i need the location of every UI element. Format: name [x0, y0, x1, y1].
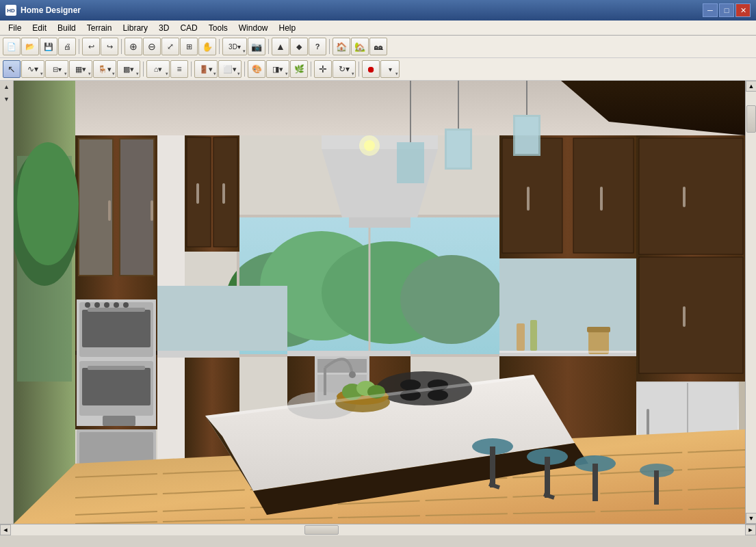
- svg-rect-25: [82, 368, 151, 405]
- scroll-down-button[interactable]: ▼: [746, 513, 756, 524]
- svg-rect-118: [588, 330, 609, 354]
- app-title: Home Designer: [21, 5, 81, 15]
- house-interior-button[interactable]: 🏡: [351, 38, 369, 55]
- new-button[interactable]: 📄: [3, 38, 21, 55]
- svg-rect-105: [490, 446, 495, 488]
- kitchen-render: [14, 81, 745, 524]
- h-scroll-thumb[interactable]: [304, 525, 339, 535]
- svg-rect-111: [592, 464, 598, 501]
- scroll-left-button[interactable]: ◄: [0, 524, 11, 535]
- svg-rect-51: [573, 138, 634, 253]
- menu-build[interactable]: Build: [52, 22, 81, 34]
- zoom-out-button[interactable]: ⊖: [143, 38, 161, 55]
- window-tool-button[interactable]: ⬜▾: [218, 60, 242, 78]
- open-button[interactable]: 📂: [21, 38, 39, 55]
- menu-library[interactable]: Library: [117, 22, 153, 34]
- svg-rect-27: [88, 366, 145, 370]
- menu-window[interactable]: Window: [233, 22, 274, 34]
- redo-button[interactable]: ↪: [101, 38, 118, 55]
- pan-button[interactable]: ✋: [198, 38, 216, 55]
- door-button[interactable]: 🚪▾: [194, 60, 218, 78]
- stair-button[interactable]: ≡: [170, 60, 188, 78]
- house-overview-button[interactable]: 🏘: [369, 38, 387, 55]
- scroll-thumb[interactable]: [746, 105, 756, 133]
- svg-rect-24: [82, 310, 151, 347]
- close-button[interactable]: ✕: [735, 3, 751, 17]
- roof-button[interactable]: ⌂▾: [146, 60, 170, 78]
- bottom-scrollbar: ◄ ►: [0, 524, 756, 535]
- svg-rect-48: [349, 217, 410, 228]
- svg-rect-113: [654, 470, 659, 505]
- svg-point-98: [428, 390, 448, 401]
- record-options-button[interactable]: ▾: [380, 60, 400, 78]
- paint-button[interactable]: 🎨: [248, 60, 265, 78]
- menu-tools[interactable]: Tools: [203, 22, 233, 34]
- minimize-button[interactable]: ─: [703, 3, 718, 17]
- svg-rect-85: [515, 117, 538, 154]
- svg-rect-57: [683, 187, 686, 207]
- svg-rect-119: [587, 327, 610, 332]
- svg-point-115: [364, 140, 375, 151]
- record-button[interactable]: ⏺: [362, 60, 380, 78]
- furniture-button[interactable]: 🪑▾: [93, 60, 116, 78]
- move-button[interactable]: ✛: [314, 60, 332, 78]
- wall-tool-button[interactable]: ⊟▾: [45, 60, 68, 78]
- sidebar-scroll-up[interactable]: ▲: [1, 83, 12, 94]
- rotate-button[interactable]: ↻▾: [333, 60, 356, 78]
- svg-rect-55: [639, 138, 743, 254]
- zoom-fit-button[interactable]: ⤢: [161, 38, 179, 55]
- menu-cad[interactable]: CAD: [174, 22, 203, 34]
- svg-rect-58: [683, 306, 686, 327]
- svg-rect-82: [447, 131, 470, 168]
- menu-file[interactable]: File: [3, 22, 27, 34]
- print-button[interactable]: 🖨: [58, 38, 76, 55]
- window-controls: ─ □ ✕: [703, 3, 751, 17]
- svg-point-93: [349, 371, 356, 378]
- svg-rect-56: [639, 257, 743, 373]
- sidebar-scroll-down[interactable]: ▼: [1, 96, 12, 107]
- svg-rect-68: [287, 351, 410, 356]
- undo-button[interactable]: ↩: [82, 38, 100, 55]
- svg-rect-45: [157, 286, 239, 351]
- svg-rect-73: [239, 286, 287, 351]
- zoom-window-button[interactable]: ⊞: [180, 38, 198, 55]
- maximize-button[interactable]: □: [719, 3, 734, 17]
- svg-point-29: [94, 302, 100, 308]
- help-button[interactable]: ?: [309, 38, 326, 55]
- svg-point-32: [123, 302, 129, 308]
- plant-button[interactable]: 🌿: [290, 60, 308, 78]
- scroll-up-button[interactable]: ▲: [746, 81, 756, 92]
- svg-rect-39: [213, 137, 237, 247]
- material-button[interactable]: ◨▾: [266, 60, 289, 78]
- menu-help[interactable]: Help: [273, 22, 301, 34]
- left-sidebar: ▲ ▼: [0, 81, 14, 524]
- menu-terrain[interactable]: Terrain: [81, 22, 118, 34]
- svg-rect-33: [103, 416, 135, 426]
- svg-point-125: [17, 142, 79, 265]
- svg-rect-116: [517, 323, 525, 351]
- house-exterior-button[interactable]: 🏠: [333, 38, 350, 55]
- title-bar: HD Home Designer ─ □ ✕: [0, 0, 756, 21]
- svg-rect-26: [88, 308, 145, 312]
- svg-rect-16: [120, 139, 154, 276]
- menu-3d[interactable]: 3D: [153, 22, 174, 34]
- up-arrow-button[interactable]: ▲: [272, 38, 289, 55]
- svg-point-30: [104, 302, 109, 308]
- scroll-right-button[interactable]: ►: [745, 524, 756, 535]
- spline-button[interactable]: ∿▾: [21, 60, 44, 78]
- camera-button[interactable]: 📷: [248, 38, 265, 55]
- save-button[interactable]: 💾: [40, 38, 57, 55]
- zoom-in-button[interactable]: ⊕: [125, 38, 142, 55]
- menu-edit[interactable]: Edit: [27, 22, 52, 34]
- canvas-area[interactable]: [14, 81, 745, 524]
- svg-rect-87: [397, 142, 424, 183]
- marker-button[interactable]: ◆: [290, 38, 308, 55]
- svg-point-28: [85, 302, 90, 308]
- select-tool-button[interactable]: ↖: [3, 60, 21, 78]
- app-icon: HD: [5, 5, 16, 16]
- cabinet-tool-button[interactable]: ▦▾: [69, 60, 92, 78]
- scroll-track[interactable]: [746, 92, 756, 513]
- floor-button[interactable]: ▩▾: [117, 60, 140, 78]
- view3d-button[interactable]: 3D▾: [222, 38, 247, 55]
- h-scroll-track[interactable]: [11, 524, 745, 535]
